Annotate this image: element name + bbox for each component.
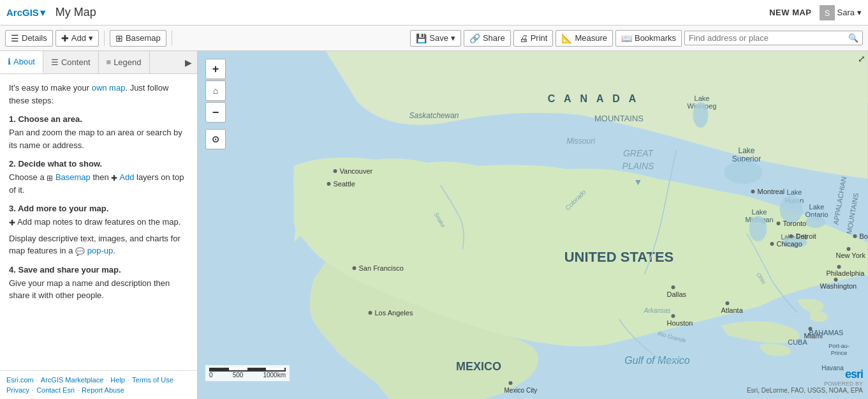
svg-point-62 xyxy=(509,381,513,385)
scale-segment-1 xyxy=(210,368,229,370)
details-icon: ☰ xyxy=(11,33,19,43)
print-button[interactable]: 🖨 Print xyxy=(513,30,554,47)
footer-link-contact[interactable]: Contact Esri xyxy=(36,386,75,394)
arcgis-brand-text: ArcGIS xyxy=(6,7,39,18)
arcgis-logo[interactable]: ArcGIS ▾ xyxy=(6,7,45,19)
legend-tab-label: Legend xyxy=(114,57,141,67)
zoom-in-button[interactable]: + xyxy=(205,59,226,79)
svg-point-51 xyxy=(834,278,838,282)
add-button[interactable]: ✚ Add ▾ xyxy=(55,30,99,47)
svg-text:Havana: Havana xyxy=(821,365,844,372)
svg-text:Montreal: Montreal xyxy=(758,188,785,195)
step-4-title: 4. Save and share your map. xyxy=(9,265,188,275)
new-map-button[interactable]: NEW MAP xyxy=(769,8,811,17)
popup-inline-icon: 💬 xyxy=(75,247,85,256)
about-tab-label: About xyxy=(13,57,35,66)
popup-link[interactable]: pop-up xyxy=(87,246,113,255)
svg-text:Detroit: Detroit xyxy=(796,232,816,240)
about-tab-icon: ℹ xyxy=(8,57,11,66)
topbar: ArcGIS ▾ My Map NEW MAP S Sara ▾ xyxy=(0,0,868,26)
svg-text:BAHAMAS: BAHAMAS xyxy=(809,329,844,336)
save-button[interactable]: 💾 Save ▾ xyxy=(410,30,461,47)
add-inline-icon: ✚ xyxy=(111,174,117,183)
svg-text:UNITED STATES: UNITED STATES xyxy=(564,249,674,265)
add-step-link[interactable]: Add xyxy=(119,172,134,182)
step-2-body: Choose a ⊞ Basemap then ✚ Add layers on … xyxy=(9,171,188,196)
svg-text:MOUNTAINS: MOUNTAINS xyxy=(594,114,644,123)
svg-text:Lake: Lake xyxy=(738,146,754,155)
svg-text:▼: ▼ xyxy=(634,177,643,187)
svg-point-39 xyxy=(777,222,781,225)
svg-text:Vancouver: Vancouver xyxy=(340,167,373,175)
topbar-right: NEW MAP S Sara ▾ xyxy=(769,5,862,20)
svg-text:Houston: Houston xyxy=(667,319,693,327)
sidebar-tab-legend[interactable]: ≡ Legend xyxy=(99,51,150,73)
svg-point-47 xyxy=(847,247,851,251)
svg-point-14 xyxy=(725,161,763,184)
svg-text:Arkansas: Arkansas xyxy=(644,307,671,314)
controls-gap xyxy=(205,124,226,128)
expand-icon[interactable]: ⤢ xyxy=(858,54,865,64)
share-button[interactable]: 🔗 Share xyxy=(464,30,511,47)
legend-tab-icon: ≡ xyxy=(107,57,112,67)
footer-link-terms[interactable]: Terms of Use xyxy=(132,376,173,384)
svg-point-31 xyxy=(327,182,331,186)
footer-link-marketplace[interactable]: ArcGIS Marketplace xyxy=(41,376,103,384)
svg-text:Los Angeles: Los Angeles xyxy=(375,309,413,317)
basemap-button[interactable]: ⊞ Basemap xyxy=(110,30,166,47)
svg-text:Lake: Lake xyxy=(695,94,710,102)
svg-text:MEXICO: MEXICO xyxy=(456,360,501,373)
sidebar-content: It's easy to make your own map. Just fol… xyxy=(0,74,197,370)
footer-link-abuse[interactable]: Report Abuse xyxy=(82,386,124,394)
zoom-out-button[interactable]: − xyxy=(205,102,226,123)
step-3-body-1: ✚ Add map notes to draw features on the … xyxy=(9,216,188,229)
scale-bar-ruler: 0 500 1000km xyxy=(209,368,286,379)
svg-text:Dallas: Dallas xyxy=(667,290,687,298)
svg-text:Toronto: Toronto xyxy=(783,220,807,227)
sidebar-tab-content[interactable]: ☰ Content xyxy=(43,51,99,73)
step-4-body: Give your map a name and description the… xyxy=(9,277,188,302)
bookmarks-button[interactable]: 📖 Bookmarks xyxy=(615,30,682,47)
details-label: Details xyxy=(22,33,47,43)
svg-text:Gulf of Mexico: Gulf of Mexico xyxy=(624,355,689,366)
add-icon: ✚ xyxy=(61,33,69,43)
svg-text:CUBA: CUBA xyxy=(788,338,807,346)
footer-link-help[interactable]: Help xyxy=(110,376,125,384)
footer-link-privacy[interactable]: Privacy xyxy=(6,386,29,394)
map-svg: GREAT PLAINS ▼ Missouri Colorado MOUNTAI… xyxy=(198,51,868,399)
scale-bar-labels: 0 500 1000km xyxy=(209,372,286,379)
your-link[interactable]: own map xyxy=(92,83,126,93)
footer-link-esri[interactable]: Esri.com xyxy=(6,376,34,384)
step-3-title: 3. Add more to your map. xyxy=(9,204,188,213)
save-label: Save xyxy=(429,33,448,43)
map-area[interactable]: GREAT PLAINS ▼ Missouri Colorado MOUNTAI… xyxy=(198,51,868,399)
sidebar-tab-about[interactable]: ℹ About xyxy=(0,51,43,73)
svg-point-55 xyxy=(672,285,675,289)
search-box: 🔍 xyxy=(684,31,863,45)
basemap-icon: ⊞ xyxy=(115,33,123,43)
bookmarks-icon: 📖 xyxy=(621,33,632,43)
scale-bar: 0 500 1000km xyxy=(205,365,290,381)
basemap-step-link[interactable]: Basemap xyxy=(55,172,91,182)
svg-text:Lake: Lake xyxy=(787,188,802,196)
details-button[interactable]: ☰ Details xyxy=(5,30,53,47)
user-area[interactable]: S Sara ▾ xyxy=(820,5,862,20)
attribution: POWERED BY Esri, DeLorme, FAO, USGS, NOA… xyxy=(747,380,863,394)
user-arrow: ▾ xyxy=(857,8,862,17)
search-icon[interactable]: 🔍 xyxy=(848,33,858,43)
svg-text:PLAINS: PLAINS xyxy=(622,161,654,171)
measure-button[interactable]: 📐 Measure xyxy=(555,30,613,47)
home-button[interactable]: ⌂ xyxy=(205,80,226,101)
svg-text:GREAT: GREAT xyxy=(623,148,654,158)
basemap-inline-icon: ⊞ xyxy=(47,174,53,183)
attribution-text: Esri, DeLorme, FAO, USGS, NOAA, EPA xyxy=(747,387,863,394)
step-1-title: 1. Choose an area. xyxy=(9,114,188,124)
svg-text:San Francisco: San Francisco xyxy=(359,264,404,272)
scale-segment-3 xyxy=(247,368,266,370)
search-input[interactable] xyxy=(689,33,848,43)
sidebar-collapse-button[interactable]: ▶ xyxy=(180,57,197,68)
svg-point-20 xyxy=(749,216,767,241)
user-avatar: S xyxy=(820,5,835,20)
locate-button[interactable]: ⊙ xyxy=(205,129,226,149)
scale-segment-2 xyxy=(229,368,247,370)
